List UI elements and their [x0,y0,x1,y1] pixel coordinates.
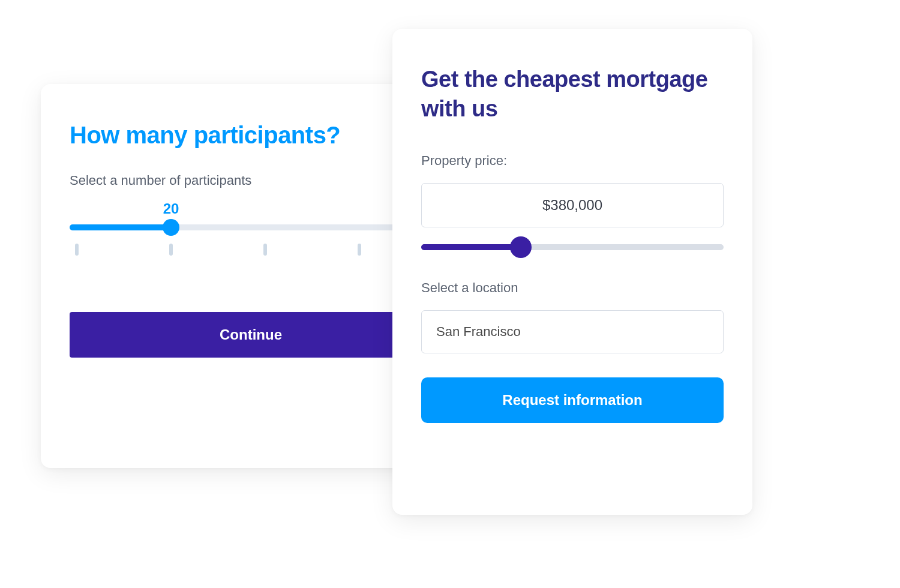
participants-slider-ticks [70,244,432,258]
request-information-button[interactable]: Request information [421,377,724,423]
mortgage-card: Get the cheapest mortgage with us Proper… [392,29,752,515]
participants-slider-fill [70,224,171,230]
price-slider[interactable] [421,244,724,250]
participants-subheading: Select a number of participants [70,173,432,188]
participants-slider-thumb[interactable] [163,219,179,236]
mortgage-heading: Get the cheapest mortgage with us [421,65,724,124]
price-slider-thumb[interactable] [510,236,532,258]
participants-slider[interactable] [70,224,432,230]
property-price-input[interactable]: $380,000 [421,183,724,227]
slider-tick [169,244,173,256]
location-input[interactable]: San Francisco [421,310,724,353]
slider-tick [358,244,361,256]
participants-heading: How many participants? [70,120,432,150]
slider-tick [75,244,79,256]
slider-tick [263,244,267,256]
participants-slider-value: 20 [163,200,179,217]
continue-button[interactable]: Continue [70,312,432,358]
participants-slider-wrapper: 20 [70,203,432,258]
location-label: Select a location [421,280,724,296]
price-slider-fill [421,244,521,250]
property-price-label: Property price: [421,153,724,169]
